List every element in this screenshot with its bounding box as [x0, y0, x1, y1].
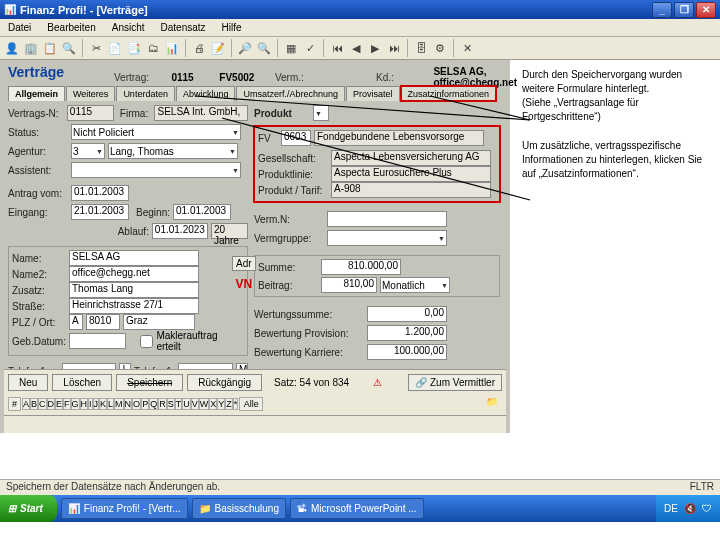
adr-button[interactable]: Adr [232, 256, 256, 271]
assistent-select[interactable]: ▼ [71, 162, 241, 178]
alpha-key[interactable]: E [55, 398, 63, 410]
bprov-field[interactable]: 1.200,00 [367, 325, 447, 341]
toolbar-icon[interactable]: 👤 [4, 40, 20, 56]
vermgrp-select[interactable]: ▼ [327, 230, 447, 246]
maximize-button[interactable]: ❐ [674, 2, 694, 18]
alpha-key[interactable]: B [30, 398, 38, 410]
alpha-key[interactable]: G [71, 398, 80, 410]
toolbar-icon[interactable]: 🔍 [256, 40, 272, 56]
toolbar-icon[interactable]: 🗂 [145, 40, 161, 56]
nav-prev-icon[interactable]: ◀ [348, 40, 364, 56]
alpha-key[interactable]: H [80, 398, 89, 410]
alpha-key[interactable]: O [132, 398, 141, 410]
alpha-key[interactable]: X [209, 398, 217, 410]
alpha-key[interactable]: S [167, 398, 175, 410]
rueck-button[interactable]: Rückgängig [187, 374, 262, 391]
alpha-key[interactable]: M [114, 398, 124, 410]
toolbar-icon[interactable]: 📋 [42, 40, 58, 56]
nav-first-icon[interactable]: ⏮ [329, 40, 345, 56]
menu-bearbeiten[interactable]: Bearbeiten [43, 21, 99, 34]
toolbar-icon[interactable]: ✓ [302, 40, 318, 56]
menu-ansicht[interactable]: Ansicht [108, 21, 149, 34]
toolbar-icon[interactable]: ✂ [88, 40, 104, 56]
alpha-key[interactable]: # [8, 397, 21, 411]
tab-allgemein[interactable]: Allgemein [8, 86, 65, 101]
alpha-key[interactable]: W [199, 398, 210, 410]
alpha-key[interactable]: A [22, 398, 30, 410]
alpha-key[interactable]: Q [149, 398, 158, 410]
alpha-key[interactable]: U [182, 398, 191, 410]
antrag-field[interactable]: 01.01.2003 [71, 185, 129, 201]
filter-icon[interactable]: 📁 [486, 396, 502, 412]
alpha-key[interactable]: C [38, 398, 47, 410]
tray-icon[interactable]: 🛡 [702, 503, 712, 514]
toolbar-icon[interactable]: 📑 [126, 40, 142, 56]
beitrag-period-select[interactable]: Monatlich▼ [380, 277, 450, 293]
loeschen-button[interactable]: Löschen [52, 374, 112, 391]
gebdat-field[interactable] [69, 333, 127, 349]
nav-next-icon[interactable]: ▶ [367, 40, 383, 56]
plz-field[interactable]: 8010 [86, 314, 120, 330]
toolbar-icon[interactable]: ▦ [283, 40, 299, 56]
toolbar-icon[interactable]: 📊 [164, 40, 180, 56]
bkarr-field[interactable]: 100.000,00 [367, 344, 447, 360]
nav-last-icon[interactable]: ⏭ [386, 40, 402, 56]
toolbar-icon[interactable]: 📝 [210, 40, 226, 56]
system-tray[interactable]: DE 🔇 🛡 [656, 495, 720, 522]
alpha-key[interactable]: * [233, 398, 239, 410]
taskbar-item[interactable]: 📊Finanz Profi! - [Vertr... [61, 498, 188, 519]
toolbar-icon[interactable]: 🖨 [191, 40, 207, 56]
menu-hilfe[interactable]: Hilfe [218, 21, 246, 34]
tab-zusatzinfo[interactable]: Zusatzinformationen [401, 86, 497, 101]
menu-datei[interactable]: Datei [4, 21, 35, 34]
alpha-key[interactable]: I [88, 398, 93, 410]
toolbar-icon[interactable]: 🔎 [237, 40, 253, 56]
speichern-button[interactable]: Speichern [116, 374, 183, 391]
tray-icon[interactable]: 🔇 [684, 503, 696, 514]
alpha-key[interactable]: N [124, 398, 133, 410]
taskbar-item[interactable]: 📽Microsoft PowerPoint ... [290, 498, 424, 519]
makler-checkbox[interactable] [140, 335, 153, 348]
ort-field[interactable]: Graz [123, 314, 195, 330]
alpha-key[interactable]: R [158, 398, 167, 410]
wsum-field[interactable]: 0,00 [367, 306, 447, 322]
toolbar-icon[interactable]: 📄 [107, 40, 123, 56]
alpha-key[interactable]: K [99, 398, 107, 410]
toolbar-icon[interactable]: 🗄 [413, 40, 429, 56]
lang-indicator[interactable]: DE [664, 503, 678, 514]
alpha-alle[interactable]: Alle [239, 397, 263, 411]
minimize-button[interactable]: _ [652, 2, 672, 18]
alpha-key[interactable]: F [63, 398, 71, 410]
zum-vermittler-button[interactable]: 🔗 Zum Vermittler [408, 374, 502, 391]
start-button[interactable]: ⊞ Start [0, 495, 57, 522]
fv-code-field[interactable]: 0603 [281, 130, 311, 146]
beitrag-field[interactable]: 810,00 [321, 277, 377, 293]
summe-field[interactable]: 810.000,00 [321, 259, 401, 275]
alpha-key[interactable]: P [141, 398, 149, 410]
land-field[interactable]: A [69, 314, 83, 330]
agentur-name-select[interactable]: Lang, Thomas▼ [108, 143, 238, 159]
eingang-field[interactable]: 21.01.2003 [71, 204, 129, 220]
toolbar-icon[interactable]: ✕ [459, 40, 475, 56]
toolbar-icon[interactable]: ⚙ [432, 40, 448, 56]
neu-button[interactable]: Neu [8, 374, 48, 391]
agentur-code-select[interactable]: 3▼ [71, 143, 105, 159]
menu-datensatz[interactable]: Datensatz [157, 21, 210, 34]
beginn-field[interactable]: 01.01.2003 [173, 204, 231, 220]
name-field[interactable]: SELSA AG [69, 250, 199, 266]
close-button[interactable]: ✕ [696, 2, 716, 18]
toolbar-icon[interactable]: 🏢 [23, 40, 39, 56]
vermn-field[interactable] [327, 211, 447, 227]
toolbar-icon[interactable]: 🔍 [61, 40, 77, 56]
alpha-key[interactable]: Z [225, 398, 233, 410]
alpha-key[interactable]: V [191, 398, 199, 410]
ablauf-field[interactable]: 01.01.2023 [152, 223, 208, 239]
produkt-dd[interactable]: ▼ [313, 105, 329, 121]
tab-weiteres[interactable]: Weiteres [66, 86, 115, 101]
strasse-field[interactable]: Heinrichstrasse 27/1 [69, 298, 199, 314]
status-select[interactable]: Nicht Policiert▼ [71, 124, 241, 140]
taskbar-item[interactable]: 📁Basisschulung [192, 498, 286, 519]
alpha-key[interactable]: D [47, 398, 56, 410]
name2-field[interactable]: office@chegg.net [69, 266, 199, 282]
zusatz-field[interactable]: Thomas Lang [69, 282, 199, 298]
